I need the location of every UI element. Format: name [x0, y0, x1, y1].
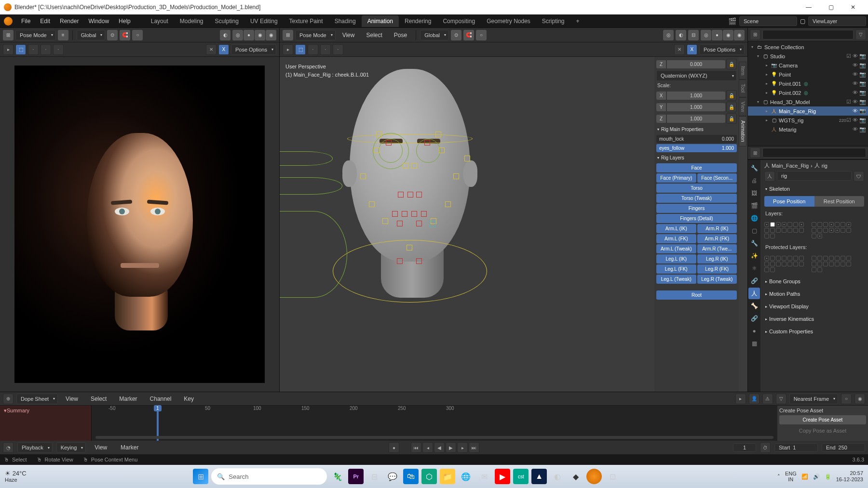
- prop-tab-physics[interactable]: ⚛: [748, 263, 760, 274]
- rig-face-primary[interactable]: Face (Primary): [656, 173, 696, 183]
- ntab-animation[interactable]: Animation: [739, 116, 746, 146]
- ds-view[interactable]: View: [61, 394, 83, 404]
- ik-header[interactable]: Inverse Kinematics: [764, 314, 864, 324]
- app-cst[interactable]: cst: [513, 469, 529, 484]
- ds-error-icon[interactable]: ⚠: [762, 394, 773, 404]
- tool-c-icon[interactable]: ·: [53, 44, 64, 55]
- ntab-item[interactable]: Item: [739, 62, 746, 79]
- ds-auto-icon[interactable]: ◉: [854, 394, 865, 404]
- outliner-camera[interactable]: ▸📷Camera👁 📷: [748, 61, 868, 70]
- rig-layers-header[interactable]: Rig Layers: [656, 153, 737, 162]
- rig-arml-fk[interactable]: Arm.L (FK): [656, 234, 696, 243]
- prop-tab-viewlayer[interactable]: 🖼: [748, 187, 760, 199]
- jump-start-icon[interactable]: ⏮: [411, 442, 421, 453]
- tool-b-icon[interactable]: ·: [41, 44, 51, 55]
- close-button[interactable]: ✕: [842, 0, 864, 14]
- play-icon[interactable]: ▶: [446, 442, 456, 453]
- ds-channel[interactable]: Channel: [145, 394, 176, 404]
- shading-wire-c[interactable]: ◎: [701, 30, 711, 40]
- outliner-point001[interactable]: ▸💡Point.001◎👁 📷: [748, 79, 868, 88]
- menu-edit[interactable]: Edit: [35, 16, 55, 26]
- app-chat[interactable]: 💬: [385, 469, 400, 484]
- outliner-point002[interactable]: ▸💡Point.002◎👁 📷: [748, 88, 868, 97]
- prop-tab-particle[interactable]: ✨: [748, 250, 760, 262]
- outliner-metarig[interactable]: 人Metarig👁 📷: [748, 125, 868, 134]
- tool-cb[interactable]: ·: [320, 44, 331, 55]
- app-unknown[interactable]: ⊡: [605, 469, 620, 484]
- prop-tab-output[interactable]: 🖨: [748, 175, 760, 186]
- proportional-icon[interactable]: ○: [132, 30, 143, 40]
- app-explorer[interactable]: 📁: [440, 469, 455, 484]
- outliner-search[interactable]: [762, 30, 854, 40]
- ntab-view[interactable]: View: [739, 97, 746, 117]
- start-frame[interactable]: 1: [793, 445, 796, 450]
- tab-geometrynodes[interactable]: Geometry Nodes: [481, 15, 536, 27]
- armature-name-field[interactable]: rig: [777, 171, 852, 181]
- tab-shading[interactable]: Shading: [329, 15, 362, 27]
- cursor-tool-icon[interactable]: ▸: [3, 44, 14, 55]
- prop-tab-render[interactable]: 🔧: [748, 162, 760, 174]
- cheek-control[interactable]: [429, 221, 436, 227]
- x-mirror-icon[interactable]: X: [218, 44, 229, 55]
- skeleton-header[interactable]: Skeleton: [764, 184, 864, 194]
- frame-scrollbar[interactable]: [95, 436, 773, 439]
- rig-legr-fk[interactable]: Leg.R (FK): [697, 264, 737, 274]
- maximize-button[interactable]: ▢: [820, 0, 842, 14]
- rest-position-button[interactable]: Rest Position: [814, 196, 865, 207]
- snap-icon-c[interactable]: 🧲: [463, 30, 474, 40]
- gizmo-icon-c[interactable]: ◎: [663, 30, 674, 40]
- pose-options-left[interactable]: Pose Options: [231, 44, 276, 55]
- prop-tab-scene[interactable]: 🎬: [748, 200, 760, 211]
- app-obsidian[interactable]: ◆: [568, 469, 583, 484]
- volume-icon[interactable]: 🔊: [813, 474, 820, 480]
- create-pose-asset-header[interactable]: Create Pose Asset: [779, 408, 866, 413]
- scale-y[interactable]: 1.000: [667, 103, 725, 111]
- butterfly-icon-c[interactable]: ✕: [674, 44, 685, 55]
- overlay-icon-c[interactable]: ◐: [676, 30, 686, 40]
- 3d-viewport[interactable]: User Perspective (1) Main_Face_Rig : che…: [280, 57, 747, 392]
- tab-rendering[interactable]: Rendering: [399, 15, 437, 27]
- current-frame[interactable]: 1: [733, 443, 756, 452]
- app-gmail[interactable]: ✉: [476, 469, 492, 484]
- playback-dropdown[interactable]: Playback: [17, 442, 53, 453]
- app-chatgpt[interactable]: ⬡: [421, 469, 437, 484]
- dopesheet-track[interactable]: ▾ Summary -50 50 100 150 200 250 300 Cre…: [0, 406, 868, 441]
- next-key-icon[interactable]: ▸: [457, 442, 468, 453]
- rig-legl-tweak[interactable]: Leg.L (Tweak): [656, 275, 696, 284]
- ds-snap-mode[interactable]: Nearest Frame: [789, 394, 838, 404]
- play-reverse-icon[interactable]: ◀: [434, 442, 445, 453]
- outliner-studio[interactable]: ▾▢Studio☑ 👁 📷: [748, 52, 868, 61]
- tl-view[interactable]: View: [90, 442, 112, 453]
- app-youtube[interactable]: ▶: [495, 469, 510, 484]
- motion-paths-header[interactable]: Motion Paths: [764, 289, 864, 299]
- editor-type-icon[interactable]: ⊞: [3, 30, 14, 40]
- prop-tab-object[interactable]: ▢: [748, 225, 760, 237]
- prop-tab-constraint[interactable]: 🔗: [748, 275, 760, 287]
- armature-layers[interactable]: [764, 222, 864, 238]
- loc-z[interactable]: 0.000: [667, 60, 725, 68]
- scene-selector[interactable]: Scene: [739, 16, 797, 26]
- prop-tab-world[interactable]: 🌐: [748, 212, 760, 224]
- rig-armr-ik[interactable]: Arm.R (IK): [697, 224, 737, 233]
- menu-select-c[interactable]: Select: [361, 30, 387, 40]
- rig-face[interactable]: Face: [656, 163, 737, 172]
- overlay-icon[interactable]: ◐: [220, 30, 231, 40]
- taskbar-search[interactable]: 🔍Search: [211, 468, 327, 485]
- tab-sculpting[interactable]: Sculpting: [209, 15, 244, 27]
- autokey-icon[interactable]: ●: [389, 442, 399, 453]
- copy-pose-asset-button[interactable]: Copy Pose as Asset: [779, 426, 866, 435]
- rig-face-secondary[interactable]: Face (Secon...: [697, 173, 737, 183]
- menu-pose-c[interactable]: Pose: [389, 30, 412, 40]
- pivot-icon-c[interactable]: ⊙: [451, 30, 461, 40]
- bone-groups-header[interactable]: Bone Groups: [764, 276, 864, 287]
- shading-wire-icon[interactable]: ◎: [232, 30, 243, 40]
- select-box-c[interactable]: ⬚: [295, 44, 306, 55]
- weather-widget[interactable]: ☀ 24°C Haze: [5, 470, 27, 483]
- mouth-lock-prop[interactable]: mouth_lock0.000: [656, 135, 737, 143]
- prop-tab-material[interactable]: ●: [748, 325, 760, 337]
- mode-dropdown-left[interactable]: Pose Mode: [15, 30, 56, 40]
- keying-dropdown[interactable]: Keying: [56, 442, 86, 453]
- rig-legr-ik[interactable]: Leg.R (IK): [697, 254, 737, 264]
- rig-torso[interactable]: Torso: [656, 184, 737, 193]
- ds-select[interactable]: Select: [86, 394, 111, 404]
